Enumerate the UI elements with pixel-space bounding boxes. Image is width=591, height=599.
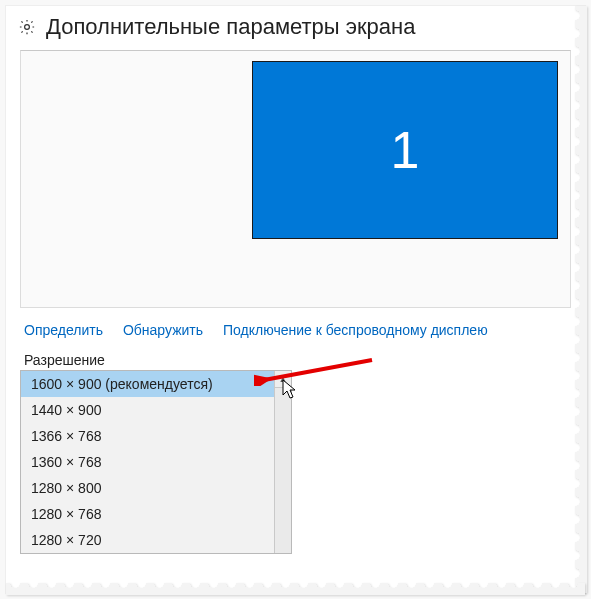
page-header: Дополнительные параметры экрана [6, 6, 585, 44]
settings-window: Дополнительные параметры экрана 1 Опреде… [5, 5, 586, 594]
torn-edge-right [575, 6, 587, 593]
resolution-option[interactable]: 1440 × 900 [21, 397, 274, 423]
scroll-up-button[interactable]: ▲ [274, 371, 291, 388]
discover-link[interactable]: Обнаружить [123, 322, 203, 338]
resolution-option[interactable]: 1280 × 720 [21, 527, 274, 553]
scrollbar-track[interactable] [274, 388, 291, 553]
resolution-option[interactable]: 1280 × 768 [21, 501, 274, 527]
display-1-tile[interactable]: 1 [252, 61, 558, 239]
page-title: Дополнительные параметры экрана [46, 14, 415, 40]
resolution-options-list: 1600 × 900 (рекомендуется)1440 × 9001366… [21, 371, 291, 553]
resolution-option[interactable]: 1600 × 900 (рекомендуется) [21, 371, 274, 397]
display-number: 1 [391, 120, 420, 180]
svg-point-0 [25, 25, 30, 30]
action-links: Определить Обнаружить Подключение к бесп… [6, 318, 585, 348]
resolution-option[interactable]: 1360 × 768 [21, 449, 274, 475]
resolution-option[interactable]: 1280 × 800 [21, 475, 274, 501]
detect-link[interactable]: Определить [24, 322, 103, 338]
gear-icon [18, 18, 36, 36]
display-preview-area: 1 [20, 50, 571, 308]
wireless-display-link[interactable]: Подключение к беспроводному дисплею [223, 322, 488, 338]
resolution-label: Разрешение [6, 348, 585, 370]
torn-edge-bottom [6, 583, 585, 595]
resolution-option[interactable]: 1366 × 768 [21, 423, 274, 449]
resolution-dropdown[interactable]: ▲ 1600 × 900 (рекомендуется)1440 × 90013… [20, 370, 292, 554]
